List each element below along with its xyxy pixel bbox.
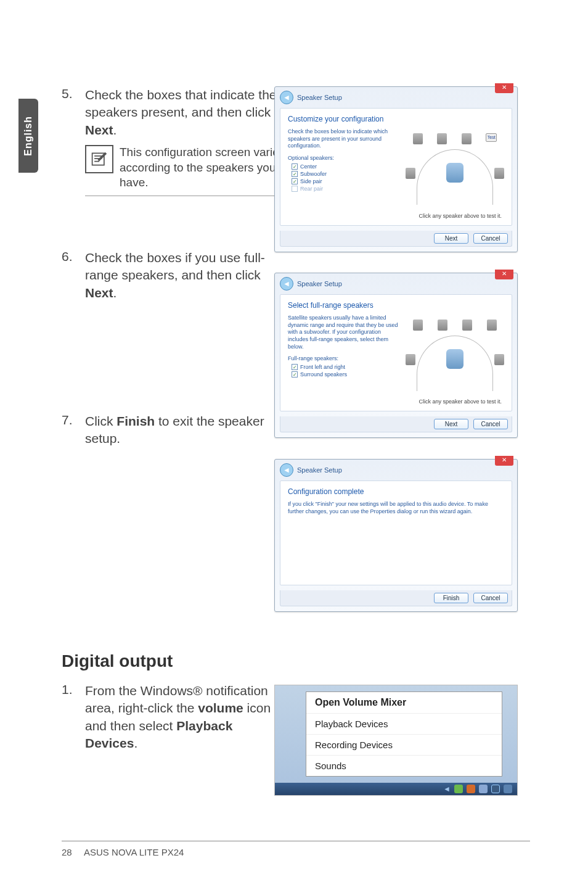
dialog3-heading: Configuration complete [288,487,504,496]
digital-step-1-number: 1. [62,682,85,697]
footer-product: ASUS NOVA LITE PX24 [84,847,184,857]
speaker-diagram: Test [406,133,504,201]
checkbox-icon: ✓ [292,163,298,170]
pencil-note-icon [91,151,108,168]
dialog3-footer: Finish Cancel [280,590,512,606]
menu-item-playback-devices[interactable]: Playback Devices [306,713,502,734]
close-icon[interactable]: ✕ [495,456,513,466]
dialog2-footer: Next Cancel [280,416,512,432]
digital-output-heading: Digital output [62,651,530,671]
speaker-icon[interactable] [494,354,504,365]
back-button[interactable]: ◄ [280,277,293,291]
speaker-icon[interactable] [406,168,415,179]
speaker-icon[interactable] [413,133,423,144]
step-7-number: 7. [62,413,85,427]
step-6-body: Check the boxes if you use full-range sp… [85,249,288,302]
dialog2-hint: Click any speaker above to test it. [288,398,504,405]
tray-arrow-icon[interactable]: ◄ [443,785,451,793]
dialog3-titlebar: ◄ Speaker Setup [275,460,517,481]
dialog-full-range-speakers: ✕ ◄ Speaker Setup Select full-range spea… [274,273,518,438]
dialog1-title: Speaker Setup [297,94,342,101]
step-6-text-a: Check the boxes if you use full-range sp… [85,250,265,282]
digital-step-1-body: From the Windows® notification area, rig… [85,682,288,752]
dialog3-title: Speaker Setup [297,466,342,474]
step-5-text-b: . [113,123,117,137]
tray-shield-icon[interactable] [454,785,463,793]
menu-item-open-volume-mixer[interactable]: Open Volume Mixer [306,692,502,713]
step-7-bold: Finish [116,414,155,428]
speaker-icon[interactable] [438,320,447,331]
context-menu: Open Volume Mixer Playback Devices Recor… [306,691,502,777]
dialog-configuration-complete: ✕ ◄ Speaker Setup Configuration complete… [274,459,518,612]
language-tab: English [18,99,38,173]
checkbox-icon: ✓ [292,178,298,184]
menu-item-sounds[interactable]: Sounds [306,755,502,776]
step-5-bold: Next [85,123,113,137]
system-tray: ◄ [275,783,517,795]
next-button[interactable]: Next [434,233,468,244]
close-icon[interactable]: ✕ [495,83,513,93]
speaker-icon[interactable] [494,168,504,179]
finish-button[interactable]: Finish [434,593,468,603]
tray-display-icon[interactable] [491,785,500,793]
step-6-text-b: . [113,286,117,300]
speaker-icon[interactable] [413,320,423,331]
step-7-body: Click Finish to exit the speaker setup. [85,413,288,448]
step-5-body: Check the boxes that indicate the speake… [85,86,288,200]
back-button[interactable]: ◄ [280,91,293,104]
listener-icon [446,163,463,183]
cancel-button[interactable]: Cancel [473,233,508,244]
dialog2-heading: Select full-range speakers [288,301,504,310]
checkbox-icon [292,186,298,192]
speaker-icon[interactable] [437,133,447,144]
next-button[interactable]: Next [434,419,468,429]
checkbox-label: Front left and right [300,364,345,370]
back-arrow-icon: ◄ [283,279,290,288]
tray-network-icon[interactable] [467,785,475,793]
dialog3-desc: If you click "Finish" your new settings … [288,501,497,515]
test-button[interactable]: Test [486,133,497,142]
dialog2-desc: Satellite speakers usually have a limite… [288,315,399,350]
step-6-bold: Next [85,286,113,300]
speaker-icon[interactable] [462,133,472,144]
d1-text-b: icon [243,701,274,715]
dialog1-hint: Click any speaker above to test it. [288,213,504,219]
footer-divider [62,841,530,841]
close-icon[interactable]: ✕ [495,270,513,279]
menu-item-recording-devices[interactable]: Recording Devices [306,734,502,755]
note-icon [85,145,113,173]
tray-misc-icon[interactable] [479,785,488,793]
step-6-number: 6. [62,249,85,264]
dialog2-body: Select full-range speakers Satellite spe… [280,294,512,411]
speaker-icon[interactable] [406,354,415,365]
listener-icon [446,349,463,369]
note-step-5: This configuration screen varies accordi… [85,145,288,196]
checkbox-icon: ✓ [292,171,298,177]
step-5-text-a: Check the boxes that indicate the speake… [85,88,277,119]
checkbox-label: Side pair [300,178,322,184]
page-number: 28 [62,847,72,857]
checkbox-label: Rear pair [300,186,323,192]
speaker-icon[interactable] [462,320,472,331]
step-5-number: 5. [62,86,85,101]
checkbox-icon: ✓ [292,364,298,370]
note-5-text: This configuration screen varies accordi… [120,145,288,191]
back-button[interactable]: ◄ [280,463,293,477]
page-footer: 28 ASUS NOVA LITE PX24 [62,847,184,857]
step-7-text-a: Click [85,414,116,428]
speaker-diagram [406,320,504,387]
dialog1-body: Customize your configuration Check the b… [280,108,512,226]
back-arrow-icon: ◄ [283,93,290,102]
cancel-button[interactable]: Cancel [473,419,508,429]
dialog1-desc: Check the boxes below to indicate which … [288,128,399,150]
dialog1-footer: Next Cancel [280,231,512,247]
dialog-customize-configuration: ✕ ◄ Speaker Setup Customize your configu… [274,86,518,252]
tray-volume-icon[interactable] [504,785,512,793]
cancel-button[interactable]: Cancel [473,593,508,603]
language-tab-label: English [23,116,34,156]
dialog2-titlebar: ◄ Speaker Setup [275,273,517,294]
checkbox-label: Surround speakers [300,371,347,377]
dialog2-title: Speaker Setup [297,280,342,287]
dialog3-body: Configuration complete If you click "Fin… [280,481,512,585]
speaker-icon[interactable] [487,320,497,331]
